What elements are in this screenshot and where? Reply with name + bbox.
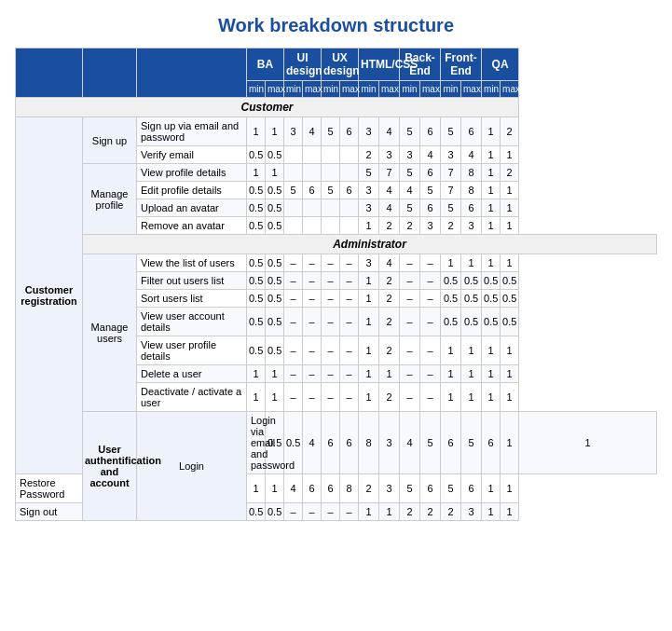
table-cell: 0.5	[441, 290, 461, 308]
flow-cell: Manage profile	[83, 164, 137, 235]
table-cell: 3	[461, 217, 482, 235]
table-cell: 3	[379, 474, 400, 503]
usecase-cell: Delete a user	[137, 365, 247, 383]
ba-min: min	[247, 81, 266, 98]
table-cell: 2	[420, 503, 441, 521]
table-cell: 0.5	[266, 146, 284, 164]
table-cell: 2	[379, 272, 400, 290]
table-cell: 0.5	[266, 290, 284, 308]
col-usecase	[137, 48, 247, 98]
table-cell: –	[340, 272, 359, 290]
table-cell: –	[284, 272, 303, 290]
table-cell: –	[340, 503, 359, 521]
table-cell: –	[284, 336, 303, 365]
table-cell: 2	[379, 308, 400, 336]
table-cell: –	[284, 308, 303, 336]
table-cell: 5	[400, 164, 420, 182]
fe-min: min	[441, 81, 461, 98]
table-cell: –	[303, 308, 322, 336]
usecase-cell: View the list of users	[137, 254, 247, 272]
table-cell: 1	[359, 308, 379, 336]
ux-max: max	[340, 81, 359, 98]
table-cell: –	[303, 503, 322, 521]
table-cell: –	[400, 383, 420, 412]
html-min: min	[359, 81, 379, 98]
table-cell	[303, 146, 322, 164]
table-cell: 4	[461, 146, 482, 164]
table-cell: 6	[340, 412, 359, 474]
table-cell: 6	[303, 474, 322, 503]
table-cell: 0.5	[441, 272, 461, 290]
table-cell: 1	[266, 117, 284, 146]
usecase-cell: Filter out users list	[137, 272, 247, 290]
table-cell	[340, 217, 359, 235]
table-cell: –	[400, 336, 420, 365]
table-cell: 6	[303, 182, 322, 199]
table-cell: 0.5	[266, 254, 284, 272]
table-cell: –	[420, 290, 441, 308]
table-cell: 4	[303, 117, 322, 146]
table-cell: 1	[266, 365, 284, 383]
table-cell: –	[400, 308, 420, 336]
usecase-cell: Deactivate / activate a user	[137, 383, 247, 412]
table-cell: 1	[482, 474, 501, 503]
usecase-cell: Remove an avatar	[137, 217, 247, 235]
table-cell: 2	[501, 164, 519, 182]
table-cell: 4	[379, 117, 400, 146]
table-cell: 0.5	[266, 199, 284, 217]
flow-cell: Manage users	[83, 254, 137, 412]
table-cell: –	[340, 290, 359, 308]
table-cell: 3	[359, 117, 379, 146]
table-cell: 0.5	[441, 308, 461, 336]
table-cell	[284, 199, 303, 217]
table-cell: 1	[247, 365, 266, 383]
table-cell	[284, 146, 303, 164]
table-cell: 3	[379, 146, 400, 164]
table-cell: 1	[247, 474, 266, 503]
table-cell: –	[322, 272, 340, 290]
table-cell: 7	[441, 182, 461, 199]
table-cell: 1	[359, 290, 379, 308]
table-cell: 5	[284, 182, 303, 199]
table-cell: 3	[284, 117, 303, 146]
table-cell: 4	[284, 474, 303, 503]
table-cell: –	[322, 503, 340, 521]
table-cell: 0.5	[247, 217, 266, 235]
table-cell: 1	[247, 383, 266, 412]
table-cell: –	[322, 365, 340, 383]
table-cell: 1	[441, 383, 461, 412]
table-cell: 2	[359, 474, 379, 503]
table-cell: 0.5	[461, 290, 482, 308]
usecase-cell: Restore Password	[16, 474, 83, 503]
col-ux: UX design	[322, 48, 359, 81]
table-cell: 6	[340, 117, 359, 146]
table-cell: 0.5	[247, 146, 266, 164]
table-cell: 0.5	[247, 199, 266, 217]
table-cell: 1	[501, 474, 519, 503]
table-cell: 1	[379, 365, 400, 383]
table-cell: 0.5	[266, 336, 284, 365]
col-flow	[83, 48, 137, 98]
table-cell	[284, 164, 303, 182]
table-cell: 3	[379, 412, 400, 474]
table-row: Manage usersView the list of users0.50.5…	[16, 254, 657, 272]
table-cell: 0.5	[482, 308, 501, 336]
table-row: User authentification and accountLoginLo…	[16, 412, 657, 474]
table-cell	[303, 199, 322, 217]
table-cell	[322, 199, 340, 217]
table-cell: 1	[482, 383, 501, 412]
table-cell: 5	[441, 199, 461, 217]
table-cell: 1	[482, 182, 501, 199]
table-cell: 1	[266, 383, 284, 412]
table-cell: –	[303, 383, 322, 412]
section-label-row: Administrator	[16, 235, 657, 254]
usecase-cell: Upload an avatar	[137, 199, 247, 217]
usecase-cell: Login via email and password	[247, 412, 266, 474]
table-cell: 6	[461, 117, 482, 146]
table-cell: 2	[379, 336, 400, 365]
table-cell: –	[322, 336, 340, 365]
table-cell: 1	[501, 182, 519, 199]
table-cell: 0.5	[461, 308, 482, 336]
usecase-cell: Verify email	[137, 146, 247, 164]
table-cell	[340, 164, 359, 182]
